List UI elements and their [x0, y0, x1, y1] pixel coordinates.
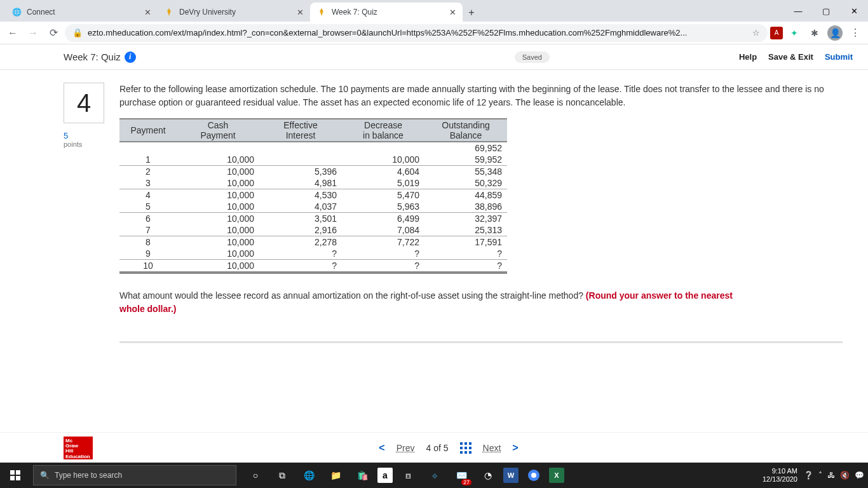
table-cell: 55,348: [424, 166, 507, 178]
save-exit-link[interactable]: Save & Exit: [768, 52, 813, 62]
devry-icon: [316, 7, 327, 17]
system-clock[interactable]: 9:10 AM 12/13/2020: [756, 467, 804, 484]
tab-title: DeVry University: [179, 8, 236, 17]
back-button[interactable]: ←: [4, 24, 22, 42]
chevron-left-icon[interactable]: <: [379, 442, 384, 454]
table-cell: 5,019: [342, 177, 424, 189]
table-cell: ?: [342, 248, 424, 260]
taskview-icon[interactable]: ⧉: [271, 464, 294, 487]
ext-acrobat-icon[interactable]: A: [770, 27, 783, 39]
forward-button[interactable]: →: [24, 24, 42, 42]
table-cell: 59,952: [424, 154, 507, 166]
mcgraw-hill-logo: Mc Graw Hill Education: [64, 437, 93, 459]
help-link[interactable]: Help: [739, 52, 757, 62]
lock-icon: 🔒: [72, 28, 83, 37]
table-cell: 7,084: [342, 224, 424, 236]
table-cell: [119, 142, 177, 154]
new-tab-button[interactable]: +: [463, 4, 480, 22]
svg-rect-2: [10, 476, 15, 480]
table-cell: 10,000: [177, 154, 259, 166]
clock-date: 12/13/2020: [763, 475, 797, 484]
question-text: Refer to the following lease amortizatio…: [119, 83, 843, 109]
windows-taskbar: 🔍 Type here to search ○ ⧉ 🌐 📁 🛍️ a ⧈ ⟐ ✉…: [0, 463, 868, 488]
table-cell: 5,470: [342, 189, 424, 201]
table-cell: 5,396: [259, 166, 342, 178]
submit-button[interactable]: Submit: [825, 52, 853, 62]
excel-icon[interactable]: X: [549, 468, 564, 483]
points-label: points: [64, 140, 104, 148]
svg-point-5: [531, 473, 536, 478]
globe-icon: 🌐: [11, 7, 22, 17]
volume-mute-icon[interactable]: 🔇: [840, 471, 850, 480]
th-payment: Payment: [119, 119, 177, 142]
table-cell: 10,000: [177, 224, 259, 236]
tab-quiz[interactable]: Week 7: Quiz ✕: [310, 3, 463, 22]
browser-tabstrip: 🌐 Connect ✕ DeVry University ✕ Week 7: Q…: [0, 0, 868, 22]
tab-connect[interactable]: 🌐 Connect ✕: [5, 3, 158, 22]
points-value: 5: [64, 131, 104, 140]
reload-button[interactable]: ⟳: [44, 24, 62, 42]
clock-time: 9:10 AM: [763, 467, 797, 475]
next-button[interactable]: Next: [483, 443, 501, 453]
table-cell: 10,000: [177, 189, 259, 201]
th-decrease: Decrease in balance: [342, 119, 424, 142]
table-cell: 10,000: [177, 201, 259, 213]
table-row: 410,0004,5305,47044,859: [119, 189, 507, 201]
chrome-icon[interactable]: [522, 464, 545, 487]
extensions-button[interactable]: ✱: [806, 24, 824, 42]
maximize-button[interactable]: ▢: [812, 0, 840, 22]
store-icon[interactable]: 🛍️: [351, 464, 374, 487]
close-icon[interactable]: ✕: [144, 8, 151, 17]
table-cell: 9: [119, 248, 177, 260]
table-cell: 5: [119, 201, 177, 213]
table-cell: 10,000: [177, 260, 259, 273]
cortana-icon[interactable]: ○: [244, 464, 267, 487]
chevron-up-icon[interactable]: ˄: [818, 471, 822, 480]
address-bar[interactable]: 🔒 ezto.mheducation.com/ext/map/index.htm…: [65, 24, 768, 42]
table-cell: 38,896: [424, 201, 507, 213]
window-controls: — ▢ ✕: [784, 0, 868, 22]
prev-button[interactable]: Prev: [397, 443, 415, 453]
tab-title: Week 7: Quiz: [332, 8, 377, 17]
browser-toolbar: ← → ⟳ 🔒 ezto.mheducation.com/ext/map/ind…: [0, 22, 868, 44]
help-tray-icon[interactable]: ❔: [804, 471, 813, 480]
devry-icon: [164, 7, 174, 17]
explorer-icon[interactable]: 📁: [324, 464, 347, 487]
app2-icon[interactable]: ◔: [477, 464, 499, 487]
edge-icon[interactable]: 🌐: [297, 464, 320, 487]
table-cell: 44,859: [424, 189, 507, 201]
network-icon[interactable]: 🖧: [827, 471, 835, 480]
taskbar-search[interactable]: 🔍 Type here to search: [33, 465, 236, 485]
app-icon[interactable]: ⟐: [423, 464, 446, 487]
word-icon[interactable]: W: [503, 468, 519, 483]
star-icon[interactable]: ☆: [752, 28, 760, 37]
kebab-menu[interactable]: ⋮: [846, 24, 864, 42]
table-cell: 4: [119, 189, 177, 201]
mail-icon[interactable]: ✉️: [450, 464, 473, 487]
table-cell: 4,604: [342, 166, 424, 178]
table-row: 810,0002,2787,72217,591: [119, 236, 507, 248]
table-cell: 6,499: [342, 213, 424, 225]
start-button[interactable]: [0, 463, 31, 488]
dropbox-icon[interactable]: ⧈: [397, 464, 419, 487]
minimize-button[interactable]: —: [784, 0, 812, 22]
table-cell: 25,313: [424, 224, 507, 236]
question-grid-icon[interactable]: [460, 442, 471, 454]
table-cell: 5,963: [342, 201, 424, 213]
tab-devry[interactable]: DeVry University ✕: [158, 3, 310, 22]
close-icon[interactable]: ✕: [449, 8, 456, 17]
table-cell: 10,000: [177, 177, 259, 189]
question-scroll[interactable]: 4 5 points Refer to the following lease …: [0, 70, 868, 432]
close-window-button[interactable]: ✕: [840, 0, 868, 22]
amazon-icon[interactable]: a: [377, 468, 393, 483]
tab-title: Connect: [27, 8, 55, 17]
th-cash: Cash Payment: [177, 119, 259, 142]
table-cell: [177, 142, 259, 154]
info-icon[interactable]: i: [125, 51, 136, 63]
notifications-icon[interactable]: 💬: [855, 471, 864, 480]
close-icon[interactable]: ✕: [297, 8, 304, 17]
profile-avatar[interactable]: 👤: [826, 24, 844, 42]
ext-grammarly-icon[interactable]: ✦: [785, 24, 803, 42]
table-row: 310,0004,9815,01950,329: [119, 177, 507, 189]
chevron-right-icon[interactable]: >: [512, 442, 518, 454]
